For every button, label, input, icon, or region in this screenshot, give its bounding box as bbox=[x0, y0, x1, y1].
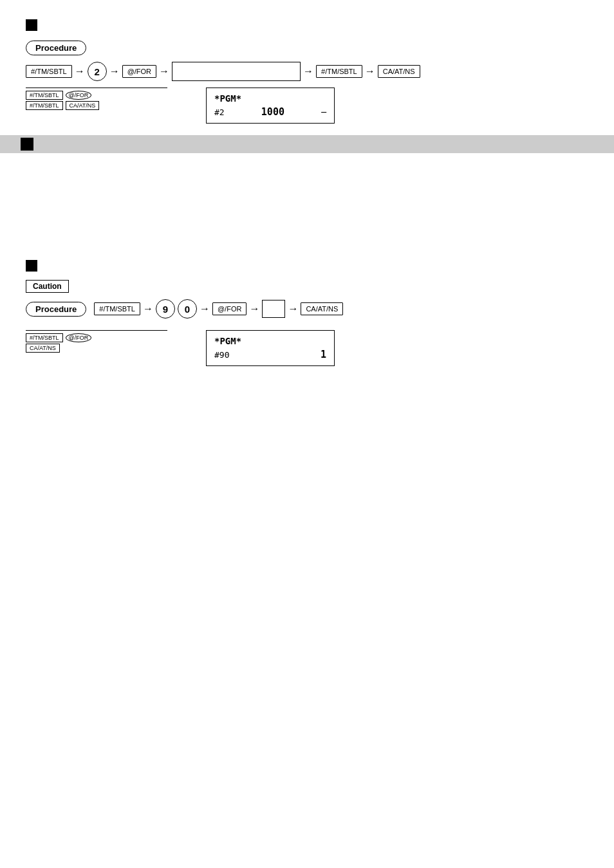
caution-badge: Caution bbox=[26, 280, 69, 293]
section1-bullet bbox=[26, 19, 37, 31]
key-seq-row-2-1: #/TM/SBTL @/FOR bbox=[26, 333, 167, 342]
arrow-1-5: → bbox=[365, 66, 375, 77]
key-tm-sbtl-1: #/TM/SBTL bbox=[26, 65, 72, 78]
small-key-for-2: @/FOR bbox=[66, 333, 92, 342]
section-bar-bullet bbox=[21, 138, 33, 151]
body-text-1 bbox=[26, 165, 588, 178]
body-text-2 bbox=[26, 183, 588, 196]
receipt-label-1: #2 bbox=[214, 107, 225, 117]
arrow-1-3: → bbox=[159, 66, 169, 77]
divider-2 bbox=[26, 330, 167, 331]
key-tm-sbtl-2: #/TM/SBTL bbox=[316, 65, 362, 78]
body-text-5 bbox=[26, 237, 588, 250]
small-key-for-1: @/FOR bbox=[66, 91, 92, 100]
receipt-row-2: #90 1 bbox=[214, 349, 326, 360]
arrow-2-2: → bbox=[200, 303, 210, 315]
body-text-4 bbox=[26, 219, 588, 232]
key-ca-at-ns-1: CA/AT/NS bbox=[378, 65, 420, 78]
receipt-title-2: *PGM* bbox=[214, 336, 326, 346]
arrow-2-4: → bbox=[288, 303, 298, 315]
section2: Caution Procedure #/TM/SBTL → 9 0 → @/FO… bbox=[26, 260, 588, 366]
small-key-caatns-2: CA/AT/NS bbox=[26, 344, 60, 353]
flow-diagram-2: #/TM/SBTL → 9 0 → @/FOR → → CA/AT/NS bbox=[94, 299, 343, 319]
key-2-circle: 2 bbox=[88, 62, 107, 81]
receipt-title-1: *PGM* bbox=[214, 93, 326, 104]
receipt-1: *PGM* #2 1000 ─ bbox=[206, 88, 335, 124]
key-seq-row-1-1: #/TM/SBTL @/FOR bbox=[26, 91, 167, 100]
key-seq-row-1-2: #/TM/SBTL CA/AT/NS bbox=[26, 101, 167, 110]
key-seq-row-2-2: CA/AT/NS bbox=[26, 344, 167, 353]
key-ca-at-ns-2: CA/AT/NS bbox=[301, 302, 343, 315]
seq-receipt-row-2: #/TM/SBTL @/FOR CA/AT/NS *PGM* #90 1 bbox=[26, 330, 588, 366]
receipt-dash-1: ─ bbox=[321, 107, 326, 117]
divider-1 bbox=[26, 88, 167, 88]
receipt-row-1: #2 1000 ─ bbox=[214, 106, 326, 118]
key-seq-1: #/TM/SBTL @/FOR #/TM/SBTL CA/AT/NS bbox=[26, 88, 167, 110]
procedure-badge-1: Procedure bbox=[26, 41, 86, 55]
key-seq-2: #/TM/SBTL @/FOR CA/AT/NS bbox=[26, 330, 167, 353]
flow-diagram-1: #/TM/SBTL → 2 → @/FOR → → #/TM/SBTL → CA… bbox=[26, 62, 588, 81]
input-sm-2 bbox=[262, 300, 285, 318]
arrow-1-4: → bbox=[303, 66, 313, 77]
key-for-2: @/FOR bbox=[212, 302, 247, 315]
small-key-tmsbtl-3: #/TM/SBTL bbox=[26, 333, 63, 342]
page: Procedure #/TM/SBTL → 2 → @/FOR → → #/TM… bbox=[0, 0, 614, 868]
key-9-circle: 9 bbox=[156, 299, 175, 319]
arrow-1-1: → bbox=[75, 66, 85, 77]
arrow-2-1: → bbox=[143, 303, 153, 315]
input-wide-1 bbox=[172, 62, 301, 81]
small-key-tmsbtl-1: #/TM/SBTL bbox=[26, 91, 63, 100]
key-0-circle: 0 bbox=[178, 299, 197, 319]
body-text-3 bbox=[26, 201, 588, 214]
procedure-badge-2: Procedure bbox=[26, 302, 86, 317]
receipt-2: *PGM* #90 1 bbox=[206, 330, 335, 366]
small-key-caatns-1: CA/AT/NS bbox=[66, 101, 100, 110]
body-text-area bbox=[26, 165, 588, 250]
receipt-label-2: #90 bbox=[214, 350, 229, 360]
key-tm-sbtl-3: #/TM/SBTL bbox=[94, 302, 140, 315]
receipt-value-1: 1000 bbox=[261, 106, 284, 118]
arrow-1-2: → bbox=[109, 66, 120, 77]
small-key-tmsbtl-2: #/TM/SBTL bbox=[26, 101, 63, 110]
arrow-2-3: → bbox=[249, 303, 259, 315]
section1: Procedure #/TM/SBTL → 2 → @/FOR → → #/TM… bbox=[26, 19, 588, 124]
key-for-1: @/FOR bbox=[122, 65, 156, 78]
section-bar bbox=[0, 135, 614, 153]
section2-bullet bbox=[26, 260, 37, 272]
seq-receipt-row-1: #/TM/SBTL @/FOR #/TM/SBTL CA/AT/NS *PGM*… bbox=[26, 88, 588, 124]
receipt-value-2: 1 bbox=[321, 349, 326, 360]
